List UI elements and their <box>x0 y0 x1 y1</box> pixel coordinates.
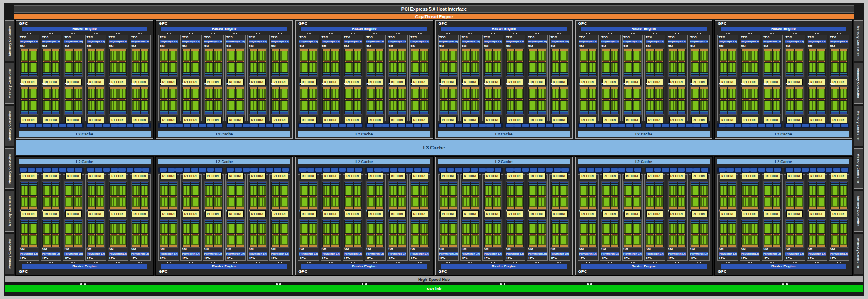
cuda-core-block <box>678 101 685 110</box>
cuda-core-row <box>485 101 501 110</box>
cuda-core-block <box>742 101 750 110</box>
teal-bar <box>21 222 37 223</box>
l2-partition-segment <box>274 168 281 172</box>
sm-block: SMRT CORE <box>182 45 200 82</box>
navy-bar-segment <box>764 182 772 183</box>
cuda-core-block <box>728 51 736 61</box>
red-bar-segment <box>560 234 568 235</box>
connector-dot <box>259 33 260 34</box>
rt-core: RT CORE <box>742 210 758 217</box>
red-bar <box>440 196 457 197</box>
cuda-core-block <box>309 224 316 233</box>
rt-core: RT CORE <box>43 117 59 123</box>
tan-bar-segment <box>354 245 361 247</box>
rt-core: RT CORE <box>552 173 568 179</box>
sm-label: SM <box>623 83 642 86</box>
red-bar-segment <box>560 61 568 62</box>
sm-block: SMRT CORE <box>528 176 546 213</box>
connector-dot-pair <box>438 33 459 34</box>
red-bar-segment <box>183 99 190 100</box>
cuda-core-block <box>236 235 244 245</box>
l2-partition-segment <box>199 124 206 127</box>
cuda-core-block <box>728 197 736 207</box>
cuda-core-row <box>742 63 758 72</box>
cuda-core-row <box>132 197 148 207</box>
polymorph-engine-bar: PolyMorph Engine <box>785 252 803 256</box>
connector-dot <box>307 262 308 263</box>
connector-dot <box>118 33 120 34</box>
teal-bar <box>345 111 361 112</box>
teal-bar <box>580 222 596 223</box>
cuda-core-block <box>169 197 177 207</box>
tan-bar-segment <box>169 207 177 209</box>
navy-bar-segment <box>398 112 406 114</box>
navy-bar <box>720 112 736 114</box>
sm-block: SMRT CORE <box>763 83 781 120</box>
cuda-core-block <box>742 197 750 207</box>
l2-partition-segment <box>750 124 757 127</box>
l2-partition-segment <box>367 168 373 172</box>
tan-bar <box>742 207 758 209</box>
red-bar-segment <box>646 234 654 235</box>
memory-controller-label: Memory Controller <box>856 111 860 141</box>
sm-block: SMRT CORE <box>785 176 803 213</box>
navy-bar-segment <box>258 182 266 183</box>
l2-partition-segment <box>810 168 816 172</box>
red-bar-segment <box>214 99 222 100</box>
tan-bar-segment <box>471 245 479 247</box>
red-bar-segment <box>376 196 383 197</box>
cuda-core-block <box>43 51 51 61</box>
tpc-label: TPC <box>439 256 458 260</box>
sm-core-array <box>131 181 149 210</box>
red-bar <box>646 196 663 197</box>
cuda-core-row <box>300 63 316 72</box>
polymorph-engine-bar: PolyMorph Engine <box>42 252 60 256</box>
hub-connector-strip <box>5 282 863 285</box>
red-bar <box>809 234 825 235</box>
teal-bar <box>227 73 244 74</box>
red-bar-segment <box>646 99 654 100</box>
tpc-block: TPCPolyMorph EngineSMRT CORESMRT CORE <box>667 35 688 121</box>
teal-bar-segment <box>191 222 199 223</box>
cuda-core-row <box>764 101 780 110</box>
sm-core-array <box>579 219 597 248</box>
cuda-core-row <box>691 101 708 110</box>
l2-partition-segment <box>168 168 175 172</box>
l2-partition-segment <box>486 168 493 172</box>
cuda-core-block <box>74 63 82 72</box>
tan-bar-segment <box>250 87 257 89</box>
tan-bar <box>485 49 501 51</box>
navy-bar <box>691 112 708 114</box>
cuda-core-block <box>611 235 618 245</box>
cuda-core-block <box>840 63 847 72</box>
teal-bar-segment <box>611 184 618 185</box>
red-bar <box>367 234 383 235</box>
navy-bar-segment <box>65 182 73 183</box>
cuda-core-row <box>529 101 545 110</box>
teal-bar-segment <box>258 73 266 74</box>
teal-bar-segment <box>205 184 213 185</box>
connector-dot <box>653 33 654 34</box>
teal-bar-segment <box>589 222 596 223</box>
teal-bar <box>624 73 641 74</box>
cuda-core-row <box>624 235 641 245</box>
tan-bar-segment <box>65 207 73 209</box>
sm-core-array <box>42 219 60 248</box>
cuda-core-block <box>840 186 847 195</box>
cuda-core-block <box>132 197 140 207</box>
cuda-core-row <box>507 89 523 98</box>
cuda-core-row <box>110 235 126 245</box>
cuda-core-block <box>449 101 457 110</box>
teal-bar-segment <box>132 111 140 112</box>
tpc-block: TPCPolyMorph EngineSMRT CORESMRT CORE <box>108 174 128 261</box>
teal-bar <box>507 222 523 223</box>
sm-label: SM <box>271 248 289 251</box>
cuda-core-block <box>236 224 244 233</box>
rt-core: RT CORE <box>669 117 685 123</box>
teal-bar-segment <box>169 73 177 74</box>
polymorph-engine-bar: PolyMorph Engine <box>204 40 222 43</box>
polymorph-engine-bar: PolyMorph Engine <box>528 40 546 43</box>
teal-bar-segment <box>191 111 199 112</box>
navy-bar <box>440 220 457 221</box>
l2-partition-segment <box>87 168 94 172</box>
